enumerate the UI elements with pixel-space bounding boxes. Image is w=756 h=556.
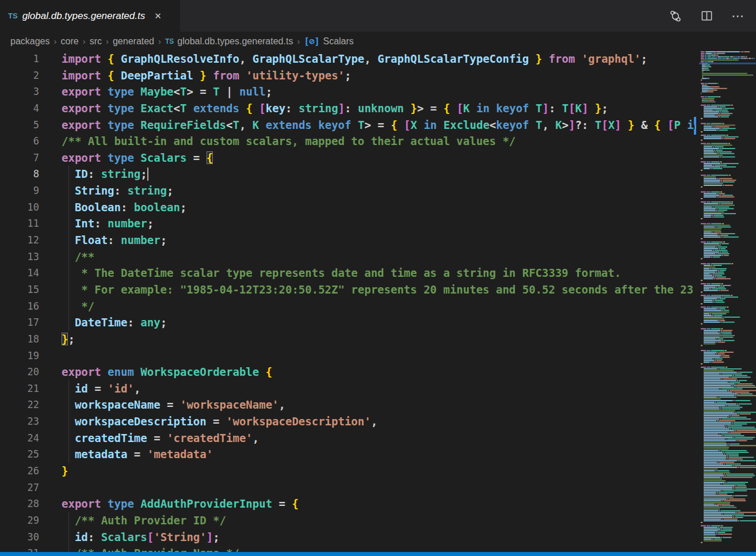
indent-guide (68, 215, 69, 232)
code-line[interactable]: 17 DateTime: any; (0, 314, 696, 331)
line-number: 30 (0, 529, 39, 546)
minimap-change-marker (694, 117, 696, 125)
code-area[interactable]: 1import { GraphQLResolveInfo, GraphQLSca… (0, 51, 696, 552)
indent-guide (68, 529, 69, 546)
tab-global-db-types-generated[interactable]: TS global.db.types.generated.ts ✕ (0, 0, 180, 32)
line-number: 31 (0, 545, 39, 552)
code-line[interactable]: 4export type Exact<T extends { [key: str… (0, 100, 696, 117)
line-number: 28 (0, 496, 39, 512)
line-number: 21 (0, 380, 39, 397)
text-cursor (147, 167, 148, 181)
code-line[interactable]: 22 workspaceName = 'workspaceName', (0, 397, 696, 413)
breadcrumb-label: packages (10, 36, 50, 47)
code-line[interactable]: 8 ID: string; (0, 166, 696, 182)
code-line[interactable]: 29 /** Auth Provider ID */ (0, 512, 696, 529)
status-bar (0, 552, 756, 556)
breadcrumb-label: src (90, 36, 102, 47)
code-line[interactable]: 15 * For example: "1985-04-12T23:20:50.5… (0, 281, 696, 298)
indent-guide (68, 545, 69, 552)
chevron-right-icon: › (106, 36, 109, 46)
line-number: 9 (0, 182, 39, 199)
indent-guide (68, 413, 69, 430)
code-line[interactable]: 30 id: Scalars['String']; (0, 529, 696, 546)
breadcrumb-label: Scalars (323, 36, 353, 47)
code-line[interactable]: 11 Int: number; (0, 215, 696, 232)
chevron-right-icon: › (297, 36, 300, 46)
breadcrumb-item-core[interactable]: core (61, 36, 79, 47)
more-actions-icon[interactable]: ⋯ (731, 9, 744, 23)
line-number: 23 (0, 413, 39, 430)
code-line[interactable]: 25 metadata = 'metadata' (0, 446, 696, 463)
code-line[interactable]: 10 Boolean: boolean; (0, 199, 696, 216)
indent-guide (68, 446, 69, 463)
line-number: 24 (0, 430, 39, 447)
breadcrumb-item-src[interactable]: src (90, 36, 102, 47)
code-line[interactable]: 23 workspaceDescription = 'workspaceDesc… (0, 413, 696, 430)
breadcrumb-label: core (61, 36, 79, 47)
code-line[interactable]: 16 */ (0, 298, 696, 315)
vscode-window: TS global.db.types.generated.ts ✕ (0, 0, 756, 556)
chevron-right-icon: › (54, 36, 57, 46)
split-editor-icon[interactable] (700, 9, 713, 23)
code-line[interactable]: 3export type Maybe<T> = T | null; (0, 83, 696, 100)
line-number: 19 (0, 348, 39, 364)
code-line[interactable]: 1import { GraphQLResolveInfo, GraphQLSca… (0, 51, 696, 67)
code-line[interactable]: 7export type Scalars = { (0, 150, 696, 166)
breadcrumb: packages›core›src›generated›TSglobal.db.… (0, 32, 696, 51)
line-number: 17 (0, 314, 39, 331)
line-number: 12 (0, 232, 39, 249)
code-line[interactable]: 20export enum WorkspaceOrderable { (0, 364, 696, 380)
line-number: 25 (0, 446, 39, 463)
breadcrumb-item-scalars[interactable]: [⊘]Scalars (304, 36, 353, 47)
chevron-right-icon: › (158, 36, 161, 46)
code-line[interactable]: 27 (0, 479, 696, 496)
code-line[interactable]: 13 /** (0, 249, 696, 265)
line-number: 20 (0, 364, 39, 380)
code-line[interactable]: 6/** All built-in and custom scalars, ma… (0, 133, 696, 150)
editor[interactable]: 1import { GraphQLResolveInfo, GraphQLSca… (0, 51, 756, 552)
code-line[interactable]: 12 Float: number; (0, 232, 696, 249)
tab-title: global.db.types.generated.ts (22, 10, 146, 22)
symbol-type-icon: [⊘] (304, 36, 319, 47)
typescript-file-icon: TS (8, 12, 18, 20)
line-number: 10 (0, 199, 39, 216)
indent-guide (68, 265, 69, 281)
line-number: 27 (0, 479, 39, 496)
line-number: 5 (0, 117, 39, 134)
line-number: 26 (0, 463, 39, 479)
indent-guide (68, 232, 69, 249)
line-number: 16 (0, 298, 39, 315)
code-line[interactable]: 5export type RequireFields<T, K extends … (0, 117, 696, 134)
breadcrumb-item-packages[interactable]: packages (10, 36, 50, 47)
line-number: 4 (0, 100, 39, 117)
code-line[interactable]: 24 createdTime = 'createdTime', (0, 430, 696, 447)
code-line[interactable]: 28export type AddAuthProviderInput = { (0, 496, 696, 512)
line-number: 6 (0, 133, 39, 150)
chevron-right-icon: › (83, 36, 86, 46)
code-line[interactable]: 19 (0, 348, 696, 364)
source-control-graph-icon[interactable] (669, 9, 682, 23)
code-line[interactable]: 18}; (0, 331, 696, 348)
editor-actions: ⋯ (669, 0, 756, 32)
code-line[interactable]: 31 /** Auth Provider Name */ (0, 545, 696, 552)
code-line[interactable]: 2import { DeepPartial } from 'utility-ty… (0, 67, 696, 84)
line-number: 29 (0, 512, 39, 529)
code-line[interactable]: 21 id = 'id', (0, 380, 696, 397)
code-line[interactable]: 14 * The DateTime scalar type represents… (0, 265, 696, 281)
indent-guide (68, 430, 69, 447)
breadcrumb-label: global.db.types.generated.ts (177, 36, 293, 47)
close-icon[interactable]: ✕ (152, 10, 164, 22)
indent-guide (68, 166, 69, 182)
breadcrumb-label: generated (113, 36, 154, 47)
line-number: 22 (0, 397, 39, 413)
minimap[interactable] (699, 51, 756, 552)
code-line[interactable]: 9 String: string; (0, 182, 696, 199)
code-line[interactable]: 26} (0, 463, 696, 479)
line-number: 2 (0, 67, 39, 84)
breadcrumb-item-global-db-types-generated-ts[interactable]: TSglobal.db.types.generated.ts (165, 36, 293, 47)
breadcrumb-item-generated[interactable]: generated (113, 36, 154, 47)
line-number: 8 (0, 166, 39, 182)
indent-guide (68, 199, 69, 216)
minimap-change-marker (694, 129, 696, 135)
typescript-file-icon: TS (165, 37, 174, 45)
